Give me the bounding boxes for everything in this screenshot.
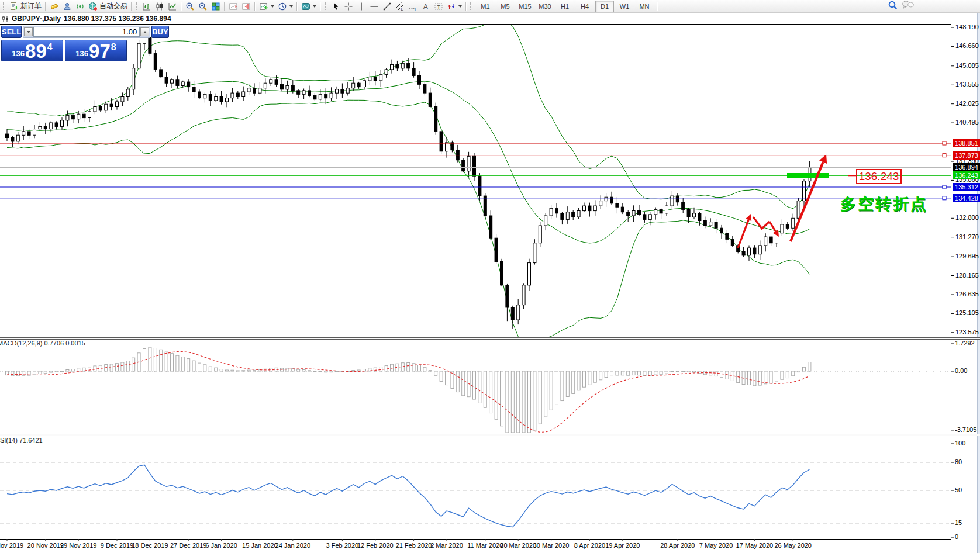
- bollinger-bands: [6, 22, 811, 346]
- fibonacci-tool-button[interactable]: F: [406, 1, 419, 12]
- chart-canvas[interactable]: [0, 0, 980, 553]
- text-tool-button[interactable]: A: [419, 1, 432, 12]
- chevron-up-icon: [143, 31, 147, 33]
- crosshair-tool-button[interactable]: [342, 1, 355, 12]
- toolbar-grip[interactable]: [3, 2, 6, 10]
- candlestick-type-button[interactable]: [153, 1, 166, 12]
- separator: [254, 2, 256, 11]
- text-label-tool-button[interactable]: T: [432, 1, 445, 12]
- separator: [657, 2, 658, 11]
- mt4-window: 新订单 自动交易: [0, 0, 980, 553]
- timeframe-button-d1[interactable]: D1: [595, 1, 614, 12]
- svg-text:E: E: [401, 6, 404, 11]
- timeframe-button-m30[interactable]: M30: [536, 1, 554, 12]
- separator: [224, 2, 225, 11]
- toolbar-grip[interactable]: [325, 2, 327, 10]
- autotrading-label: 自动交易: [99, 1, 127, 11]
- zoom-in-button[interactable]: [184, 1, 196, 12]
- ask-prefix: 136: [75, 49, 88, 58]
- horizontal-line-tool-button[interactable]: [368, 1, 381, 12]
- periods-caret-icon: [289, 5, 293, 8]
- chart-shift-icon: [241, 2, 251, 11]
- toolbar-grip[interactable]: [470, 2, 473, 10]
- template-caret-icon: [313, 5, 316, 8]
- zoom-out-button[interactable]: [196, 1, 209, 12]
- trendline-icon: [382, 2, 392, 11]
- new-order-icon: [9, 2, 19, 11]
- pane-divider[interactable]: [0, 337, 980, 340]
- separator: [465, 2, 467, 11]
- community-button[interactable]: [61, 1, 74, 12]
- highlight-bar: [787, 173, 829, 178]
- metaeditor-button[interactable]: [48, 1, 61, 12]
- periods-button[interactable]: [276, 1, 295, 12]
- indicators-caret-icon: [271, 5, 274, 8]
- timeframe-button-m15[interactable]: M15: [516, 1, 534, 12]
- macd-label: MACD(12,26,9) 0.7706 0.0015: [0, 340, 85, 347]
- timeframe-button-h4[interactable]: H4: [575, 1, 594, 12]
- arrows-caret-icon: [458, 5, 462, 8]
- volume-decrease-button[interactable]: [24, 27, 33, 36]
- text-label-icon: T: [434, 2, 443, 11]
- chart-shift-button[interactable]: [240, 1, 253, 12]
- timeframe-button-m5[interactable]: M5: [496, 1, 515, 12]
- rsi-label: RSI(14) 71.6421: [0, 437, 43, 444]
- timeframe-button-h1[interactable]: H1: [555, 1, 574, 12]
- toolbar-grip[interactable]: [136, 2, 139, 10]
- tile-windows-icon: [211, 2, 220, 11]
- chat-icon[interactable]: [902, 0, 915, 12]
- equidistant-channel-icon: E: [395, 2, 405, 11]
- timeframe-button-m1[interactable]: M1: [476, 1, 495, 12]
- community-icon: [63, 2, 72, 11]
- chevron-down-icon: [27, 31, 30, 33]
- tile-windows-button[interactable]: [209, 1, 222, 12]
- search-icon[interactable]: [888, 0, 898, 13]
- one-click-trading-panel: SELL BUY 136894 136978: [1, 26, 127, 61]
- auto-scroll-button[interactable]: [227, 1, 240, 12]
- svg-text:F: F: [415, 6, 417, 11]
- timeframe-bar: M1M5M15M30H1H4D1W1MN: [476, 1, 654, 12]
- separator: [45, 2, 46, 11]
- chart-title: GBPJPY-,Daily 136.880 137.375 136.236 13…: [2, 15, 171, 23]
- channel-tool-button[interactable]: E: [394, 1, 406, 12]
- new-order-button[interactable]: 新订单: [8, 1, 43, 12]
- vertical-line-tool-button[interactable]: [355, 1, 368, 12]
- bid-big-digits: 89: [25, 42, 47, 60]
- volume-input[interactable]: [33, 27, 140, 37]
- template-button[interactable]: [299, 1, 318, 12]
- pane-divider[interactable]: [0, 434, 980, 436]
- text-a-icon: A: [421, 2, 430, 11]
- line-chart-icon: [168, 2, 177, 11]
- separator: [131, 2, 132, 11]
- bid-price-box[interactable]: 136894: [1, 40, 63, 61]
- fibonacci-icon: F: [408, 2, 417, 11]
- arrows-tool-button[interactable]: [445, 1, 464, 12]
- metaeditor-icon: [50, 2, 59, 11]
- clock-icon: [278, 2, 287, 11]
- cursor-tool-button[interactable]: [329, 1, 342, 12]
- bid-pip-digit: 4: [47, 42, 53, 53]
- timeframe-button-w1[interactable]: W1: [615, 1, 634, 12]
- indicators-icon: [259, 2, 268, 11]
- ask-big-digits: 97: [89, 42, 111, 60]
- template-icon: [301, 2, 310, 11]
- ask-price-box[interactable]: 136978: [65, 40, 127, 61]
- separator: [181, 2, 182, 11]
- shapes-arrows-icon: [447, 2, 456, 11]
- separator: [296, 2, 298, 11]
- line-chart-type-button[interactable]: [166, 1, 179, 12]
- vertical-line-icon: [357, 2, 366, 11]
- buy-button[interactable]: BUY: [151, 26, 168, 38]
- volume-increase-button[interactable]: [140, 27, 149, 36]
- indicators-button[interactable]: [257, 1, 276, 12]
- bar-chart-icon: [142, 2, 151, 11]
- signals-button[interactable]: [74, 1, 87, 12]
- sell-button[interactable]: SELL: [1, 26, 22, 38]
- autotrading-button[interactable]: 自动交易: [87, 1, 129, 12]
- timeframe-button-mn[interactable]: MN: [635, 1, 654, 12]
- auto-scroll-icon: [229, 2, 238, 11]
- bar-chart-type-button[interactable]: [140, 1, 153, 12]
- new-order-label: 新订单: [20, 1, 42, 11]
- candlestick-icon: [155, 2, 164, 11]
- trendline-tool-button[interactable]: [381, 1, 394, 12]
